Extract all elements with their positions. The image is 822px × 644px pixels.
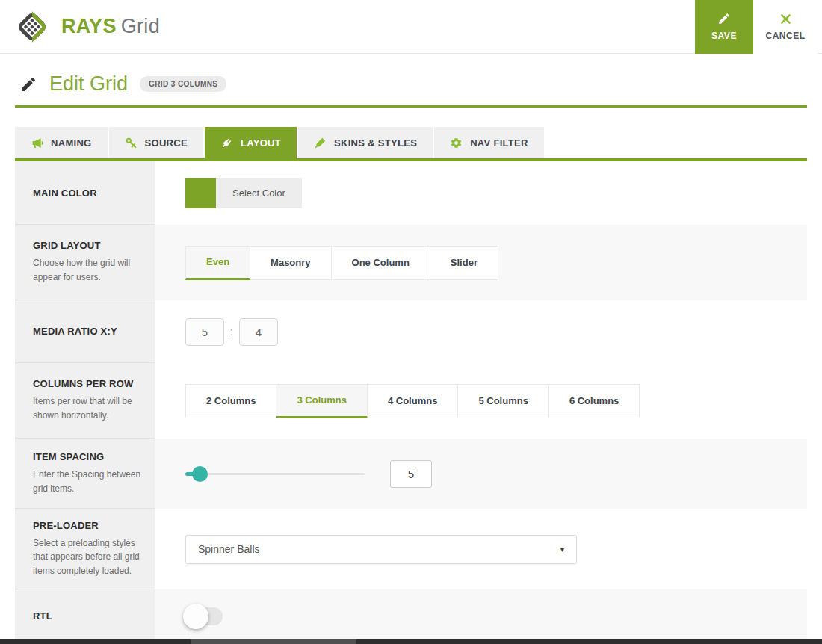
field-description: Select a preloading styles that appears … bbox=[33, 536, 141, 578]
save-label: SAVE bbox=[711, 31, 737, 41]
field-label: PRE-LOADER bbox=[33, 520, 141, 531]
tab-label: SOURCE bbox=[145, 137, 188, 149]
tab-label: SKINS & STYLES bbox=[334, 137, 417, 149]
pencil-icon bbox=[717, 12, 731, 25]
row-content: Select Color bbox=[155, 161, 807, 225]
field-label: ITEM SPACING bbox=[33, 451, 141, 462]
row-label: ITEM SPACING Enter the Spacing between g… bbox=[15, 439, 155, 509]
field-description: Choose how the grid will appear for user… bbox=[33, 256, 141, 284]
field-label: GRID LAYOUT bbox=[33, 240, 141, 251]
pre-loader-select[interactable]: Spinner Balls ▾ bbox=[185, 535, 577, 564]
row-content: 2 Columns 3 Columns 4 Columns 5 Columns … bbox=[155, 363, 807, 439]
select-color-label: Select Color bbox=[216, 178, 302, 208]
row-label: PRE-LOADER Select a preloading styles th… bbox=[15, 509, 155, 589]
slider-handle[interactable] bbox=[192, 466, 208, 482]
rays-logo-icon bbox=[13, 8, 51, 46]
slider-track[interactable] bbox=[185, 473, 365, 475]
grid-layout-options: Even Masonry One Column Slider bbox=[185, 246, 498, 280]
key-icon bbox=[125, 137, 137, 149]
field-label: RTL bbox=[33, 610, 141, 622]
brand-name: RAYS bbox=[61, 15, 117, 37]
app-header: RAYSGrid SAVE CANCEL bbox=[0, 0, 822, 54]
row-pre-loader: PRE-LOADER Select a preloading styles th… bbox=[15, 509, 807, 589]
tab-label: NAMING bbox=[51, 137, 92, 149]
close-icon bbox=[779, 13, 792, 25]
toggle-knob[interactable] bbox=[183, 604, 208, 629]
layout-settings-form: MAIN COLOR Select Color GRID LAYOUT Choo… bbox=[15, 161, 807, 643]
row-content: : bbox=[155, 300, 807, 363]
cancel-label: CANCEL bbox=[766, 31, 806, 41]
tab-source[interactable]: SOURCE bbox=[109, 127, 203, 158]
ratio-y-input[interactable] bbox=[239, 318, 278, 346]
tab-layout[interactable]: LAYOUT bbox=[205, 127, 297, 158]
option-6-columns[interactable]: 6 Columns bbox=[549, 384, 640, 418]
page-heading: Edit Grid GRID 3 COLUMNS bbox=[15, 72, 807, 96]
row-content bbox=[155, 589, 807, 643]
plug-icon bbox=[220, 137, 233, 149]
row-rtl: RTL bbox=[15, 589, 807, 643]
settings-tabs: NAMING SOURCE LAYOUT SKINS & STYLES NAV … bbox=[15, 127, 807, 158]
color-swatch[interactable] bbox=[185, 178, 216, 208]
option-5-columns[interactable]: 5 Columns bbox=[458, 384, 548, 418]
tab-naming[interactable]: NAMING bbox=[15, 127, 108, 158]
ratio-separator: : bbox=[230, 326, 233, 338]
row-media-ratio: MEDIA RATIO X:Y : bbox=[15, 300, 807, 363]
chevron-down-icon: ▾ bbox=[560, 545, 564, 554]
tab-skins-styles[interactable]: SKINS & STYLES bbox=[298, 127, 433, 158]
brush-icon bbox=[314, 137, 327, 149]
field-label: COLUMNS PER ROW bbox=[33, 378, 141, 389]
option-one-column[interactable]: One Column bbox=[332, 246, 430, 280]
option-2-columns[interactable]: 2 Columns bbox=[185, 384, 276, 418]
field-label: MAIN COLOR bbox=[33, 188, 141, 199]
row-label: MAIN COLOR bbox=[15, 161, 155, 225]
below-fold-dark-strip bbox=[0, 639, 822, 644]
row-label: COLUMNS PER ROW Items per row that will … bbox=[15, 363, 155, 439]
below-fold-dark-strip-segment bbox=[191, 639, 356, 644]
edit-pencil-icon bbox=[19, 75, 37, 93]
save-button[interactable]: SAVE bbox=[695, 0, 753, 54]
select-color-button[interactable]: Select Color bbox=[185, 178, 302, 208]
cancel-button[interactable]: CANCEL bbox=[753, 0, 818, 54]
row-content: Spinner Balls ▾ bbox=[155, 509, 807, 589]
ratio-x-input[interactable] bbox=[185, 318, 224, 346]
tab-label: NAV FILTER bbox=[470, 137, 528, 149]
row-label: MEDIA RATIO X:Y bbox=[15, 300, 155, 363]
item-spacing-slider[interactable] bbox=[185, 466, 365, 481]
option-even[interactable]: Even bbox=[185, 246, 250, 280]
gear-icon bbox=[450, 137, 463, 149]
megaphone-icon bbox=[31, 137, 43, 149]
field-description: Enter the Spacing between grid items. bbox=[33, 468, 141, 495]
tab-nav-filter[interactable]: NAV FILTER bbox=[434, 127, 544, 158]
row-columns-per-row: COLUMNS PER ROW Items per row that will … bbox=[15, 363, 807, 439]
pre-loader-selected-value: Spinner Balls bbox=[198, 543, 260, 555]
field-label: MEDIA RATIO X:Y bbox=[33, 326, 141, 337]
page-title: Edit Grid bbox=[49, 72, 128, 96]
columns-options: 2 Columns 3 Columns 4 Columns 5 Columns … bbox=[185, 384, 640, 418]
item-spacing-input[interactable] bbox=[390, 460, 432, 488]
row-main-color: MAIN COLOR Select Color bbox=[15, 161, 807, 225]
option-3-columns[interactable]: 3 Columns bbox=[276, 384, 367, 418]
option-masonry[interactable]: Masonry bbox=[250, 246, 331, 280]
row-grid-layout: GRID LAYOUT Choose how the grid will app… bbox=[15, 225, 807, 300]
option-4-columns[interactable]: 4 Columns bbox=[368, 384, 458, 418]
row-label: GRID LAYOUT Choose how the grid will app… bbox=[15, 225, 155, 300]
heading-divider bbox=[15, 105, 807, 108]
brand-title: RAYSGrid bbox=[61, 15, 160, 38]
row-item-spacing: ITEM SPACING Enter the Spacing between g… bbox=[15, 439, 807, 509]
row-content: Even Masonry One Column Slider bbox=[155, 225, 807, 300]
tab-label: LAYOUT bbox=[241, 137, 281, 149]
brand-logo: RAYSGrid bbox=[0, 8, 160, 46]
row-content bbox=[155, 439, 807, 509]
grid-name-badge: GRID 3 COLUMNS bbox=[140, 76, 226, 92]
rtl-toggle[interactable] bbox=[185, 607, 223, 625]
field-description: Items per row that will be shown horizon… bbox=[33, 394, 141, 422]
row-label: RTL bbox=[15, 589, 155, 643]
brand-subname: Grid bbox=[121, 15, 160, 37]
option-slider[interactable]: Slider bbox=[430, 246, 498, 280]
